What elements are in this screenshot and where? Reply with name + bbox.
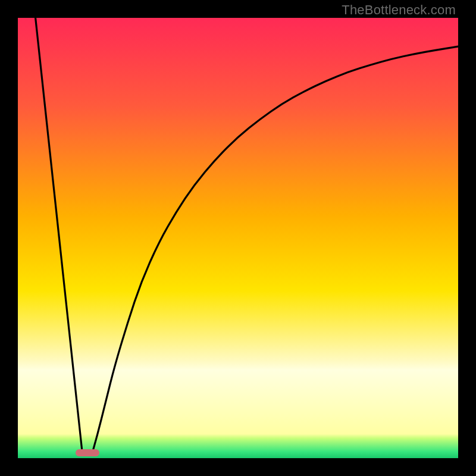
left-v-line <box>36 18 82 452</box>
chart-curves <box>18 18 458 458</box>
chart-frame: TheBottleneck.com <box>0 0 476 476</box>
watermark-text: TheBottleneck.com <box>342 2 456 18</box>
right-curve <box>93 46 458 452</box>
plot-area <box>18 18 458 458</box>
optimal-marker <box>76 449 99 456</box>
